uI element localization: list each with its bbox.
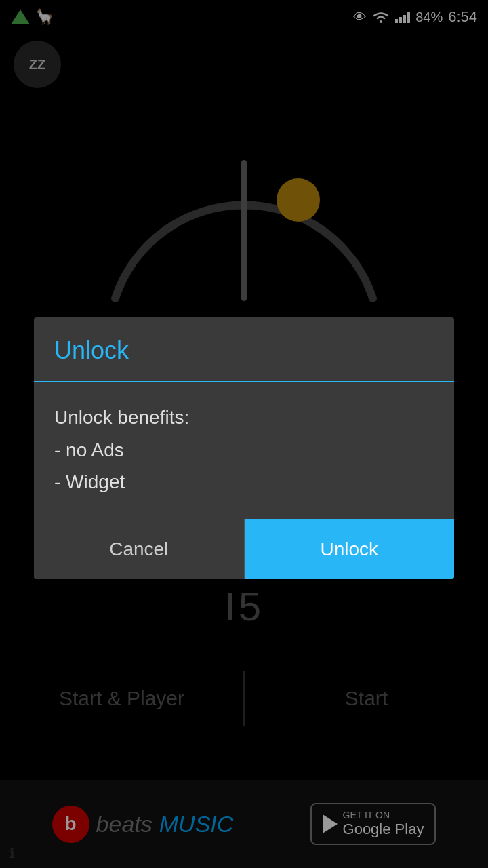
unlock-button[interactable]: Unlock bbox=[245, 519, 455, 579]
dialog-title: Unlock bbox=[34, 317, 454, 381]
dialog-buttons: Cancel Unlock bbox=[34, 519, 454, 579]
dialog-body: Unlock benefits:- no Ads- Widget bbox=[34, 382, 454, 519]
cancel-button[interactable]: Cancel bbox=[34, 519, 245, 579]
dialog-body-text: Unlock benefits:- no Ads- Widget bbox=[54, 407, 189, 492]
unlock-dialog: Unlock Unlock benefits:- no Ads- Widget … bbox=[34, 317, 454, 579]
